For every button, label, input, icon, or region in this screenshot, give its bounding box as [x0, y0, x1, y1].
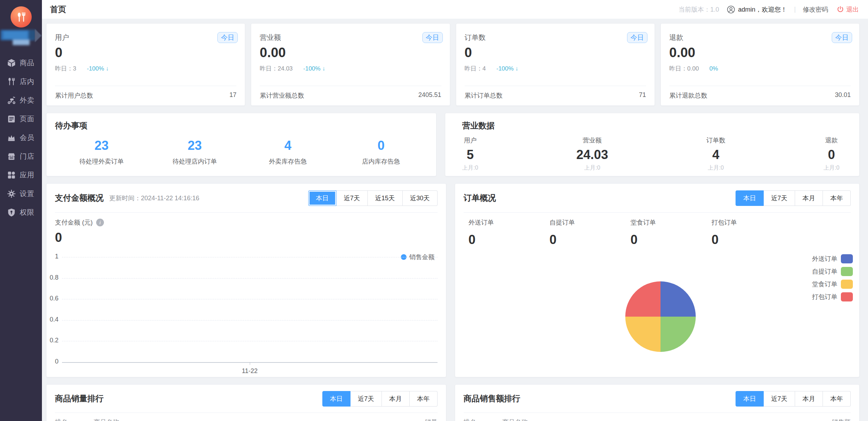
gridline	[62, 299, 438, 299]
stat-total-label: 累计营业额总数	[260, 91, 304, 100]
user-menu[interactable]: admin，欢迎您！	[727, 5, 787, 14]
sidebar-item-label: 页面	[20, 114, 35, 124]
power-icon	[837, 6, 844, 13]
gridline	[62, 257, 438, 257]
today-badge: 今日	[422, 32, 443, 43]
tab-this-month[interactable]: 本月	[795, 391, 823, 407]
legend-label: 堂食订单	[812, 280, 837, 288]
sidebar-item-label: 会员	[20, 133, 35, 142]
order-stat-label: 外送订单	[469, 218, 550, 227]
tab-today[interactable]: 本日	[736, 190, 764, 206]
logout-button[interactable]: 退出	[837, 5, 859, 14]
todo-item-instore-orders[interactable]: 23 待处理店内订单	[148, 138, 242, 166]
stat-delta: -100% ↓	[496, 65, 518, 72]
stat-card-value: 0	[55, 45, 236, 60]
version-label: 当前版本：1.0	[678, 5, 719, 14]
stat-card-title: 营业额	[260, 33, 441, 42]
rank-col-product: 商品名称	[94, 418, 425, 421]
stat-yesterday: 昨日：24.03	[260, 65, 293, 72]
cube-icon	[7, 58, 16, 68]
stat-total-value: 17	[229, 91, 236, 100]
user-greeting: admin，欢迎您！	[738, 5, 787, 14]
legend-swatch	[841, 280, 853, 289]
order-pie-chart[interactable]	[625, 281, 696, 352]
todo-item-takeout-stock[interactable]: 4 外卖库存告急	[241, 138, 335, 166]
tab-today[interactable]: 本日	[736, 391, 764, 407]
topbar: 首页 当前版本：1.0 admin，欢迎您！ | 修改密码	[42, 0, 868, 19]
sidebar-item-label: 应用	[20, 170, 35, 180]
info-icon[interactable]: i	[96, 219, 104, 226]
sidebar-item-label: 外卖	[20, 96, 35, 105]
legend-item-packed[interactable]: 打包订单	[812, 292, 853, 301]
todo-label: 外卖库存告急	[241, 157, 335, 166]
payment-range-tabs: 本日 近7天 近15天 近30天	[308, 190, 438, 206]
today-badge: 今日	[832, 32, 852, 43]
rank-title: 商品销量排行	[55, 393, 104, 404]
sidebar-item-instore[interactable]: 店内	[0, 72, 42, 91]
rank-amount-tabs: 本日 近7天 本月 本年	[736, 391, 851, 407]
legend-swatch	[841, 267, 853, 276]
tab-this-year[interactable]: 本年	[823, 190, 851, 206]
sidebar-item-stores[interactable]: 门店	[0, 147, 42, 166]
payment-line-chart: 1 0.8 0.6 0.4 0.2 0 11-22	[62, 257, 438, 362]
todo-value: 23	[55, 138, 148, 153]
stat-card-refunds: 退款 0.00 昨日：0.000% 今日 累计退款总数30.01	[661, 23, 860, 106]
tab-this-year[interactable]: 本年	[410, 391, 438, 407]
stat-total-value: 30.01	[835, 91, 851, 100]
todo-item-takeout-orders[interactable]: 23 待处理外卖订单	[55, 138, 148, 166]
todo-value: 0	[335, 138, 428, 153]
sidebar-item-members[interactable]: 会员	[0, 128, 42, 147]
sidebar-item-permissions[interactable]: 权限	[0, 203, 42, 222]
stat-card-value: 0.00	[260, 45, 441, 60]
todo-item-instore-stock[interactable]: 0 店内库存告急	[335, 138, 428, 166]
business-label: 退款	[824, 136, 839, 145]
stat-delta: 0%	[709, 65, 718, 72]
order-pie-legend: 外送订单 自提订单 堂食订单 打包订单	[812, 254, 853, 305]
sidebar-item-apps[interactable]: 应用	[0, 166, 42, 184]
sidebar-item-goods[interactable]: 商品	[0, 54, 42, 72]
product-sales-amount-rank-card: 商品销售额排行 本日 近7天 本月 本年 排名 商品名称 销售额	[455, 384, 860, 421]
tab-today[interactable]: 本日	[308, 190, 336, 206]
order-stat-delivery: 外送订单 0	[469, 218, 550, 247]
tab-last-15-days[interactable]: 近15天	[368, 190, 403, 206]
todo-label: 店内库存告急	[335, 157, 428, 166]
rank-col-product: 商品名称	[502, 418, 832, 421]
sidebar-item-takeout[interactable]: 外卖	[0, 91, 42, 110]
payment-metric-label: 支付金额 (元)	[55, 218, 93, 227]
dashboard-content: 用户 0 昨日：3-100% ↓ 今日 累计用户总数17 营业额 0.00 昨日…	[42, 19, 868, 421]
stat-total-label: 累计用户总数	[55, 91, 93, 100]
tab-last-7-days[interactable]: 近7天	[764, 190, 795, 206]
business-item-orders: 订单数 4 上月:0	[706, 136, 725, 172]
legend-item-pickup[interactable]: 自提订单	[812, 267, 853, 276]
gear-icon	[7, 189, 16, 199]
sidebar-item-label: 店内	[20, 77, 35, 86]
tab-this-year[interactable]: 本年	[823, 391, 851, 407]
stat-card-revenue: 营业额 0.00 昨日：24.03-100% ↓ 今日 累计营业额总数2405.…	[251, 23, 450, 106]
business-data-card: 营业数据 用户 5 上月:0 营业额 24.03 上月:0	[445, 113, 860, 176]
change-password-link[interactable]: 修改密码	[803, 5, 828, 14]
business-sub: 上月:0	[824, 164, 839, 172]
sidebar-collapse-handle[interactable]	[35, 29, 42, 42]
order-stat-label: 打包订单	[712, 218, 793, 227]
sidebar-item-label: 设置	[20, 189, 35, 199]
tab-this-month[interactable]: 本月	[795, 190, 823, 206]
app-logo[interactable]	[11, 6, 32, 28]
tab-this-month[interactable]: 本月	[382, 391, 410, 407]
legend-item-dinein[interactable]: 堂食订单	[812, 280, 853, 289]
sidebar-item-pages[interactable]: 页面	[0, 110, 42, 128]
payment-metric-value: 0	[55, 230, 438, 245]
sidebar-item-settings[interactable]: 设置	[0, 184, 42, 203]
y-tick-label: 0.6	[50, 295, 58, 303]
legend-item-delivery[interactable]: 外送订单	[812, 254, 853, 263]
business-item-refunds: 退款 0 上月:0	[824, 136, 839, 172]
gridline	[62, 278, 438, 279]
tab-last-7-days[interactable]: 近7天	[336, 190, 368, 206]
tab-last-7-days[interactable]: 近7天	[351, 391, 382, 407]
tab-last-7-days[interactable]: 近7天	[764, 391, 795, 407]
tab-today[interactable]: 本日	[322, 391, 351, 407]
rank-col-rank: 排名	[464, 418, 502, 421]
orders-range-tabs: 本日 近7天 本月 本年	[736, 190, 851, 206]
tab-last-30-days[interactable]: 近30天	[403, 190, 438, 206]
updated-timestamp: 更新时间：2024-11-22 14:16:16	[109, 194, 199, 202]
business-sub: 上月:0	[462, 164, 478, 172]
